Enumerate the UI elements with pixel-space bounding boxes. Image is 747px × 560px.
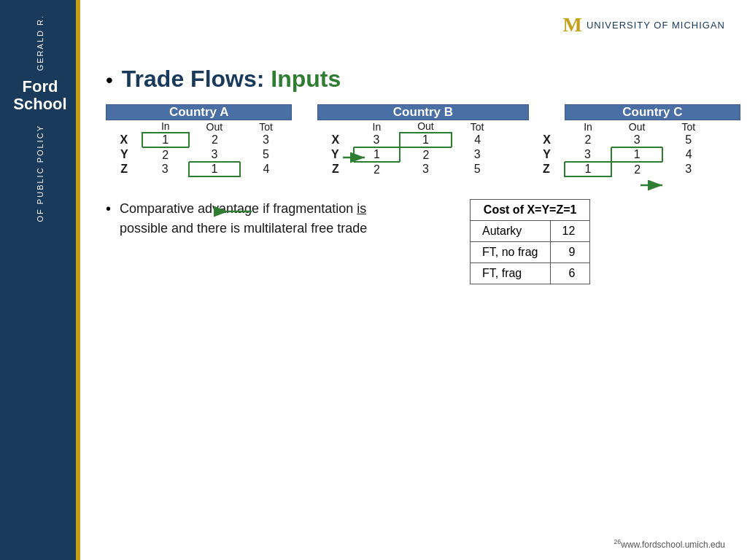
cost-table-row: FT, no frag 9	[471, 242, 590, 263]
c-x-in: 2	[565, 133, 611, 147]
c-row-z-label: Z	[529, 162, 565, 176]
inputs-label: Inputs	[271, 66, 341, 92]
b-z-in: 2	[354, 162, 400, 176]
comparative-advantage-text: Comparative advantage if fragmentation i…	[120, 199, 397, 238]
b-row-y-label: Y	[317, 147, 353, 162]
b-x-out: 1	[400, 133, 452, 147]
a-row-x-label: X	[107, 133, 142, 147]
page-number: 26	[614, 538, 621, 545]
ford-school-logo: Ford School	[13, 78, 66, 113]
gold-stripe	[76, 0, 80, 560]
a-x-out: 2	[189, 133, 241, 147]
table-row: Z 3 1 4 Z 2 3 5 Z 1 2 3	[107, 162, 740, 176]
a-y-in: 2	[142, 147, 189, 162]
a-x-in: 1	[142, 133, 189, 147]
a-out-header: Out	[189, 120, 241, 133]
cost-table-row: FT, frag 6	[471, 263, 590, 284]
sidebar-top-text: GERALD R.	[36, 15, 44, 71]
title-text: Trade Flows: Inputs	[122, 66, 341, 93]
cost-table-header: Cost of X=Y=Z=1	[471, 200, 590, 221]
school-label: School	[13, 96, 66, 113]
country-b-header: Country B	[317, 105, 529, 120]
a-z-tot: 4	[240, 162, 292, 176]
a-y-out: 3	[189, 147, 241, 162]
a-tot-header: Tot	[240, 120, 292, 133]
c-row-y-label: Y	[529, 147, 565, 162]
a-z-out: 1	[189, 162, 241, 176]
c-z-out: 2	[611, 162, 663, 176]
b-z-tot: 5	[452, 162, 503, 176]
trade-table-container: Country A Country B Country C In Out Tot	[106, 104, 725, 177]
university-logo: M UNIVERSITY OF MICHIGAN	[563, 13, 726, 36]
country-a-header: Country A	[107, 105, 292, 120]
ft-frag-value: 6	[550, 263, 590, 284]
a-row-y-label: Y	[107, 147, 142, 162]
title-section: • Trade Flows: Inputs	[106, 66, 725, 93]
ft-frag-label: FT, frag	[471, 263, 550, 284]
b-x-tot: 4	[452, 133, 503, 147]
a-y-tot: 5	[240, 147, 292, 162]
a-in-header: In	[142, 120, 189, 133]
bottom-section: • Comparative advantage if fragmentation…	[106, 199, 725, 284]
a-x-tot: 3	[240, 133, 292, 147]
c-z-in: 1	[565, 162, 611, 176]
ford-label: Ford	[13, 78, 66, 96]
c-out-header: Out	[611, 120, 663, 133]
table-row: X 1 2 3 X 3 → 1 4 X 2 3 5	[107, 133, 740, 147]
ft-no-frag-value: 9	[550, 242, 590, 263]
table-row: Y 2 3 5 Y 1 2 3 Y 3 → 1 4	[107, 147, 740, 162]
umich-m-letter: M	[563, 13, 582, 36]
b-z-out: 3	[400, 162, 452, 176]
c-x-tot: 5	[662, 133, 714, 147]
b-y-tot: 3	[452, 147, 503, 162]
title-bullet-row: • Trade Flows: Inputs	[106, 66, 725, 93]
c-y-in: 3 →	[565, 147, 611, 162]
b-x-in: 3 →	[354, 133, 400, 147]
c-z-tot: 3	[662, 162, 714, 176]
b-tot-header: Tot	[452, 120, 503, 133]
b-y-in: 1	[354, 147, 400, 162]
c-tot-header: Tot	[662, 120, 714, 133]
cost-table: Cost of X=Y=Z=1 Autarky 12 FT, no frag 9…	[470, 199, 590, 284]
ft-no-frag-label: FT, no frag	[471, 242, 550, 263]
autarky-value: 12	[550, 221, 590, 242]
title-bullet-dot: •	[106, 70, 113, 90]
b-row-z-label: Z	[317, 162, 353, 176]
c-y-tot: 4	[662, 147, 714, 162]
c-y-out: 1	[611, 147, 663, 162]
trade-table: Country A Country B Country C In Out Tot	[106, 104, 740, 177]
a-row-z-label: Z	[107, 162, 142, 176]
c-in-header: In	[565, 120, 611, 133]
trade-flows-label: Trade Flows:	[122, 66, 265, 92]
university-name: UNIVERSITY OF MICHIGAN	[587, 20, 725, 31]
bottom-bullet-dot: •	[106, 201, 111, 217]
sidebar-bottom-text: OF PUBLIC POLICY	[36, 125, 44, 222]
cost-table-container: Cost of X=Y=Z=1 Autarky 12 FT, no frag 9…	[470, 199, 590, 284]
a-z-in: 3	[142, 162, 189, 176]
b-row-x-label: X	[317, 133, 353, 147]
is-underlined: is	[357, 201, 366, 216]
autarky-label: Autarky	[471, 221, 550, 242]
b-y-out: 2	[400, 147, 452, 162]
c-row-x-label: X	[529, 133, 565, 147]
footer-url: www.fordschool.umich.edu	[621, 540, 725, 550]
cost-table-row: Autarky 12	[471, 221, 590, 242]
b-out-header: Out	[400, 120, 452, 133]
footer: 26www.fordschool.umich.edu	[614, 538, 725, 550]
bullet-text-container: • Comparative advantage if fragmentation…	[106, 199, 397, 238]
b-in-header: In	[354, 120, 400, 133]
sidebar: GERALD R. Ford School OF PUBLIC POLICY	[0, 0, 80, 560]
c-x-out: 3	[611, 133, 663, 147]
main-content: M UNIVERSITY OF MICHIGAN • Trade Flows: …	[84, 0, 747, 560]
country-c-header: Country C	[565, 105, 740, 120]
